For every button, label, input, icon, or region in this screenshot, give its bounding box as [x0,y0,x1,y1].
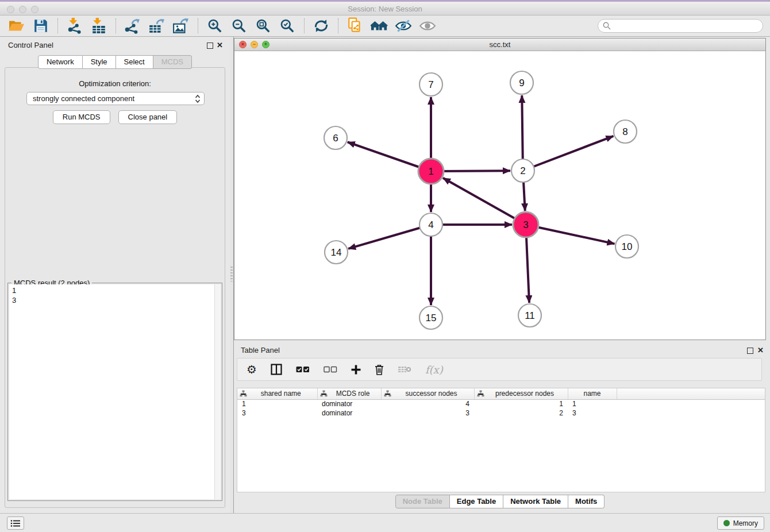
panel-splitter[interactable] [230,37,234,513]
column-type-icon [384,390,391,397]
zoom-selected-icon [280,18,295,33]
network-file-icon [347,17,363,34]
zoom-fit-button[interactable] [255,17,272,34]
close-panel-icon[interactable]: ✕ [217,41,223,49]
table-row[interactable]: 1dominator411 [237,399,765,408]
tab-style[interactable]: Style [83,55,116,69]
open-folder-icon [9,18,25,33]
memory-label: Memory [733,519,758,527]
table-cell[interactable]: 2 [474,408,568,418]
float-panel-icon[interactable] [207,43,213,49]
column-browser-icon [271,364,282,375]
graph-node-1[interactable]: 1 [418,159,444,184]
table-cell[interactable]: dominator [317,408,381,418]
hide-selected-button[interactable] [395,17,412,34]
graph-edge-2-8[interactable] [523,136,613,171]
table-panel: Table Panel ✕ ⚙ [234,342,766,511]
network-canvas[interactable]: 7968124314101511 [234,51,765,340]
tab-select[interactable]: Select [116,55,153,69]
table-cell[interactable]: 1 [474,399,568,408]
graph-edge-4-14[interactable] [348,225,431,249]
close-panel-button[interactable]: Close panel [118,110,178,124]
table-cell[interactable]: 1 [237,399,317,408]
task-history-button[interactable] [7,516,24,530]
graph-node-label: 10 [622,241,633,252]
graph-node-6[interactable]: 6 [324,126,347,149]
network-file-button[interactable] [346,17,364,34]
import-table-icon [91,18,107,34]
col-successor-nodes[interactable]: successor nodes [381,388,474,399]
column-browser-button[interactable] [271,362,282,377]
first-neighbors-button[interactable] [371,17,388,34]
graph-node-7[interactable]: 7 [419,73,442,96]
export-network-button[interactable] [124,17,141,34]
dropdown-stepper-icon [195,94,201,103]
graph-node-9[interactable]: 9 [510,71,533,94]
tab-network-table[interactable]: Network Table [503,495,568,508]
graph-node-14[interactable]: 14 [325,241,348,264]
splitter-grip[interactable] [230,267,233,282]
mcds-result-area[interactable]: 1 3 [9,284,221,499]
graph-edge-3-1[interactable] [443,178,526,225]
graph-node-4[interactable]: 4 [419,213,442,236]
column-type-icon [477,390,484,397]
table-close-panel-icon[interactable]: ✕ [757,346,764,354]
run-mcds-button[interactable]: Run MCDS [53,110,110,124]
first-neighbors-icon [371,18,388,33]
select-all-columns-button[interactable] [296,362,310,377]
mcds-result-scrollbar[interactable] [214,284,221,499]
search-field[interactable] [598,19,763,33]
toolbar-separator [304,18,305,33]
table-cell[interactable]: dominator [317,399,381,408]
zoom-selected-button[interactable] [279,17,296,34]
window-titlebar: Session: New Session [0,0,770,16]
tab-node-table[interactable]: Node Table [395,495,450,508]
col-predecessor-nodes[interactable]: predecessor nodes [474,388,568,399]
graph-node-15[interactable]: 15 [419,306,442,329]
import-table-button[interactable] [90,17,107,34]
graph-node-11[interactable]: 11 [518,304,541,327]
tab-edge-table[interactable]: Edge Table [450,495,503,508]
save-session-button[interactable] [32,17,49,34]
table-cell[interactable]: 3 [568,408,617,418]
open-folder-button[interactable] [8,17,25,34]
fx-icon: f(x) [425,364,443,376]
col-mcds-role[interactable]: MCDS role [317,388,381,399]
zoom-in-button[interactable] [206,17,224,34]
zoom-out-icon [232,18,247,33]
graph-node-8[interactable]: 8 [614,120,637,143]
graph-node-label: 1 [428,166,433,177]
export-table-button[interactable] [148,17,165,34]
hide-selected-icon [395,19,412,33]
memory-button[interactable]: Memory [717,516,764,530]
col-shared-name[interactable]: shared name [237,388,317,399]
col-name[interactable]: name [568,388,617,399]
tab-mcds[interactable]: MCDS [153,55,192,69]
graph-node-2[interactable]: 2 [511,159,534,182]
graph-node-3[interactable]: 3 [513,212,538,237]
optimization-criterion-select[interactable]: strongly connected component [26,92,205,105]
graph-node-label: 8 [622,126,627,137]
table-row[interactable]: 3dominator323 [237,408,765,418]
delete-column-button[interactable] [375,362,384,377]
tab-motifs[interactable]: Motifs [568,495,605,508]
import-network-button[interactable] [66,17,83,34]
table-cell[interactable]: 1 [568,399,617,408]
graph-edge-3-10[interactable] [526,225,614,244]
zoom-out-button[interactable] [230,17,248,34]
table-cell[interactable]: 3 [381,408,474,418]
export-image-button[interactable] [172,17,190,34]
table-float-panel-icon[interactable] [747,348,753,354]
mcds-buttons-row: Run MCDS Close panel [5,110,225,124]
table-cell[interactable]: 4 [381,399,474,408]
search-input[interactable] [614,22,758,30]
table-settings-button[interactable]: ⚙ [247,362,257,377]
table-cell[interactable]: 3 [237,408,317,418]
unselect-all-columns-button[interactable] [324,362,337,377]
refresh-view-button[interactable] [313,17,330,34]
tab-network[interactable]: Network [38,55,83,69]
status-bar: Memory [0,513,770,532]
create-column-button[interactable] [351,362,361,377]
table-toolbar: ⚙ [237,358,762,381]
graph-node-10[interactable]: 10 [615,235,638,258]
